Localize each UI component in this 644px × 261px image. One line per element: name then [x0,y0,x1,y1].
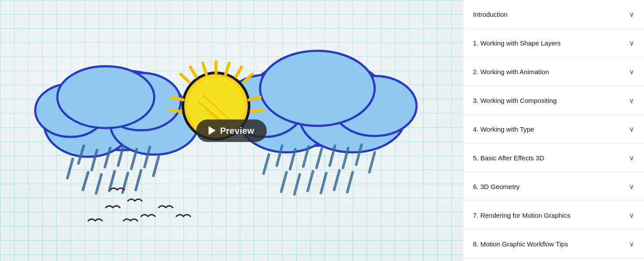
outline-item-label-animation: 2. Working with Animation [473,67,624,76]
svg-line-52 [321,173,326,193]
outline-item-label-intro: Introduction [473,10,624,19]
svg-line-15 [226,63,229,74]
outline-item-label-rendering: 7. Rendering for Motion Graphics [473,211,624,220]
video-panel: Preview [0,0,463,261]
outline-item-label-compositing: 3. Working with Compositing [473,96,624,105]
outline-item-shape-layers[interactable]: 1. Working with Shape Layers∨ [463,29,644,57]
outline-item-label-ae-3d: 5. Basic After Effects 3D [473,153,624,163]
outline-item-animation[interactable]: 2. Working with Animation∨ [463,57,644,86]
chevron-down-icon-3d-geometry: ∨ [629,182,634,191]
outline-item-rendering[interactable]: 7. Rendering for Motion Graphics∨ [463,201,644,230]
svg-line-18 [203,63,206,74]
chevron-down-icon-shape-layers: ∨ [629,39,634,47]
outline-item-workflow-tips[interactable]: 8. Motion Graphic Workflow Tips∨ [463,230,644,258]
outline-item-type[interactable]: 4. Working with Type∨ [463,115,644,144]
svg-line-45 [316,148,322,168]
course-outline-panel: Introduction∨1. Working with Shape Layer… [463,0,644,261]
svg-line-39 [136,170,141,190]
svg-line-54 [347,172,353,192]
svg-line-49 [281,172,287,192]
chevron-down-icon-compositing: ∨ [629,96,634,105]
chevron-down-icon-intro: ∨ [629,10,634,19]
svg-line-53 [334,170,339,190]
outline-item-ae-3d[interactable]: 5. Basic After Effects 3D∨ [463,144,644,172]
svg-line-56 [264,155,269,174]
outline-item-label-shape-layers: 1. Working with Shape Layers [473,38,624,48]
svg-point-11 [260,51,375,126]
preview-button[interactable]: Preview [196,119,267,142]
chevron-down-icon-rendering: ∨ [629,211,634,219]
chevron-down-icon-type: ∨ [629,125,634,133]
outline-item-3d-geometry[interactable]: 6. 3D Geometry∨ [463,172,644,201]
outline-item-label-type: 4. Working with Type [473,125,624,134]
svg-line-51 [308,171,313,191]
preview-label: Preview [220,125,254,136]
svg-line-24 [251,110,262,111]
svg-line-40 [67,159,73,178]
outline-item-label-3d-geometry: 6. 3D Geometry [473,182,624,191]
play-icon [208,126,216,135]
svg-line-20 [181,74,189,82]
outline-item-intro[interactable]: Introduction∨ [463,0,644,29]
outline-item-label-workflow-tips: 8. Motion Graphic Workflow Tips [473,239,624,249]
svg-line-55 [369,152,375,172]
chevron-down-icon-ae-3d: ∨ [629,154,634,162]
svg-line-16 [236,67,242,77]
outline-item-compositing[interactable]: 3. Working with Compositing∨ [463,86,644,115]
svg-line-23 [170,110,181,111]
svg-line-41 [153,157,159,176]
video-thumbnail: Preview [0,0,463,261]
svg-line-19 [190,67,196,77]
chevron-down-icon-animation: ∨ [629,68,634,76]
svg-line-35 [83,172,88,190]
svg-point-5 [57,66,154,128]
chevron-down-icon-workflow-tips: ∨ [629,240,634,248]
svg-line-36 [96,174,101,193]
svg-line-50 [294,174,300,194]
